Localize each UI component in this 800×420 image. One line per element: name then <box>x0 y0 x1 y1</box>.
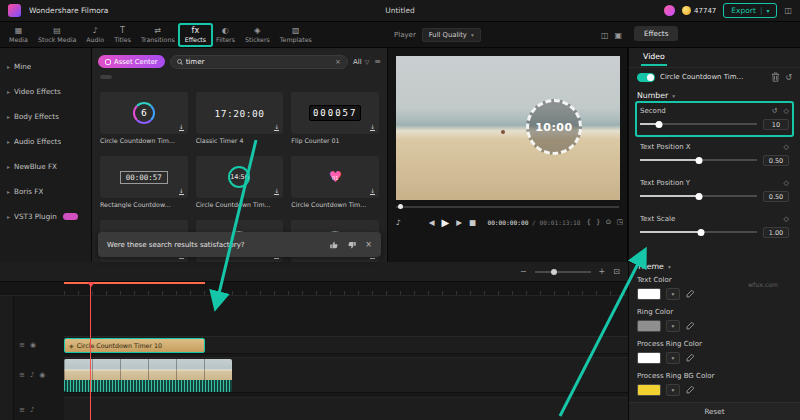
zoom-out-icon[interactable]: − <box>520 267 527 276</box>
section-number[interactable]: Number ▾ <box>629 86 800 103</box>
layout-grid-icon[interactable]: ◫ <box>784 6 792 15</box>
menu-item[interactable] <box>172 9 184 13</box>
param-value[interactable]: 10 <box>763 119 789 130</box>
player-quality-select[interactable]: Full Quality ▾ <box>422 28 481 42</box>
color-dropdown[interactable]: ▾ <box>666 288 680 300</box>
tab-filters[interactable]: ◐ Filters <box>211 25 240 45</box>
effect-track-lane[interactable]: ◈ Circle Countdown Timer 10 <box>64 336 628 354</box>
menu-item[interactable] <box>116 9 128 13</box>
param-value[interactable]: 0.50 <box>763 191 789 202</box>
color-dropdown[interactable]: ▾ <box>666 352 680 364</box>
clear-search-icon[interactable]: × <box>335 58 341 66</box>
chip-video-effects[interactable] <box>120 75 132 79</box>
keyframe-icon[interactable]: ◇ <box>784 215 789 223</box>
sidebar-item-body-effects[interactable]: ▸ Body Effects <box>0 104 91 129</box>
color-swatch[interactable] <box>637 288 661 300</box>
thumbs-down-icon[interactable] <box>347 240 357 250</box>
video-track-lane[interactable] <box>64 357 628 393</box>
filter-all-dropdown[interactable]: All ▽ <box>353 58 369 66</box>
eyedropper-icon[interactable] <box>685 385 695 395</box>
sidebar-item-mine[interactable]: ▸ Mine <box>0 54 91 79</box>
track-mute-icon[interactable]: ♪ <box>30 406 34 414</box>
tab-effects-panel[interactable]: Effects <box>634 26 678 41</box>
chip-audio-effects[interactable] <box>160 75 172 79</box>
tab-audio[interactable]: ♪ Audio <box>81 25 109 45</box>
dual-monitor-icon[interactable]: ◫ <box>601 31 609 40</box>
param-slider[interactable] <box>640 159 757 161</box>
menu-item[interactable] <box>144 9 156 13</box>
mark-out-icon[interactable]: } <box>596 218 600 226</box>
chip-body-effects[interactable] <box>140 75 152 79</box>
tab-titles[interactable]: T Titles <box>109 25 136 45</box>
color-swatch[interactable] <box>637 320 661 332</box>
eyedropper-icon[interactable] <box>685 289 695 299</box>
color-dropdown[interactable]: ▾ <box>666 384 680 396</box>
reset-effect-icon[interactable]: ↺ <box>785 73 792 82</box>
sidebar-item-boris-fx[interactable]: ▸ Boris FX <box>0 179 91 204</box>
reset-button[interactable]: Reset <box>629 402 800 420</box>
previous-frame-button[interactable]: ◀ <box>429 218 435 227</box>
next-frame-button[interactable]: ▶ <box>456 218 462 227</box>
menu-item[interactable] <box>158 9 170 13</box>
color-dropdown[interactable]: ▾ <box>666 320 680 332</box>
play-button[interactable]: ▶ <box>442 217 450 228</box>
effect-tile[interactable]: 6 ↓ Circle Countdown Tim... <box>100 92 188 148</box>
snapshot-icon[interactable]: ⊙ <box>606 218 612 226</box>
user-avatar[interactable] <box>664 5 675 16</box>
tab-templates[interactable]: ▧ Templates <box>275 25 317 45</box>
coins-balance[interactable]: 47747 <box>682 6 716 15</box>
tab-transitions[interactable]: ⇄ Transitions <box>136 25 180 45</box>
track-menu-icon[interactable]: ≡ <box>19 406 25 414</box>
menu-item[interactable] <box>130 9 142 13</box>
param-value[interactable]: 0.50 <box>763 155 789 166</box>
section-theme[interactable]: Theme ▾ <box>629 257 800 274</box>
timeline-zoom-slider[interactable] <box>535 271 591 273</box>
fit-timeline-icon[interactable]: ⊡ <box>613 267 620 276</box>
mark-in-icon[interactable]: { <box>587 218 591 226</box>
sidebar-item-audio-effects[interactable]: ▸ Audio Effects <box>0 129 91 154</box>
detach-player-icon[interactable]: ▣ <box>614 31 622 40</box>
search-input[interactable] <box>186 58 331 66</box>
keyframe-icon[interactable]: ◇ <box>784 143 789 151</box>
download-icon[interactable]: ↓ <box>274 124 279 131</box>
tab-stock-media[interactable]: ▤ Stock Media <box>33 25 81 45</box>
track-visibility-icon[interactable]: ◉ <box>39 371 45 379</box>
fullscreen-icon[interactable]: ◳ <box>616 218 623 226</box>
track-menu-icon[interactable]: ≡ <box>19 371 25 379</box>
export-button[interactable]: Export | ▾ <box>723 3 777 18</box>
seek-handle[interactable] <box>398 204 403 209</box>
close-icon[interactable]: × <box>365 240 372 249</box>
eyedropper-icon[interactable] <box>685 321 695 331</box>
zoom-handle[interactable] <box>551 269 557 275</box>
sidebar-item-newblue-fx[interactable]: ▸ NewBlue FX <box>0 154 91 179</box>
timeline-clip-countdown[interactable]: ◈ Circle Countdown Timer 10 <box>64 338 205 353</box>
menu-item[interactable] <box>186 9 198 13</box>
sidebar-item-vst3-plugin[interactable]: ▸ VST3 Plugin <box>0 204 91 229</box>
download-icon[interactable]: ↓ <box>179 188 184 195</box>
tab-media[interactable]: ▦ Media <box>4 25 33 45</box>
playhead[interactable] <box>90 282 91 420</box>
tab-stickers[interactable]: ◈ Stickers <box>240 25 275 45</box>
effect-tile[interactable]: 00:00:57 ↓ Rectangle Countdow... <box>100 156 188 212</box>
color-swatch[interactable] <box>637 384 661 396</box>
effect-tile[interactable]: 14:56 ↓ Circle Countdown Tim... <box>196 156 284 212</box>
tab-effects[interactable]: fx Effects <box>180 25 211 45</box>
download-icon[interactable]: ↓ <box>370 124 375 131</box>
stop-button[interactable]: ■ <box>469 218 476 227</box>
video-preview[interactable]: 10:00 <box>396 56 620 200</box>
seek-bar[interactable] <box>396 206 619 208</box>
param-slider[interactable] <box>640 231 757 233</box>
menu-item[interactable] <box>200 9 212 13</box>
effect-tile[interactable]: 000057 ↓ Flip Counter 01 <box>291 92 379 148</box>
param-slider[interactable] <box>640 123 757 125</box>
effect-toggle[interactable] <box>637 73 655 82</box>
sidebar-item-video-effects[interactable]: ▸ Video Effects <box>0 79 91 104</box>
delete-effect-icon[interactable] <box>771 72 780 82</box>
color-swatch[interactable] <box>637 352 661 364</box>
download-icon[interactable]: ↓ <box>179 124 184 131</box>
track-mute-icon[interactable]: ♪ <box>30 371 34 379</box>
sort-icon[interactable]: ≡ <box>374 57 381 66</box>
param-slider[interactable] <box>640 195 757 197</box>
param-value[interactable]: 1.00 <box>763 227 789 238</box>
eyedropper-icon[interactable] <box>685 353 695 363</box>
